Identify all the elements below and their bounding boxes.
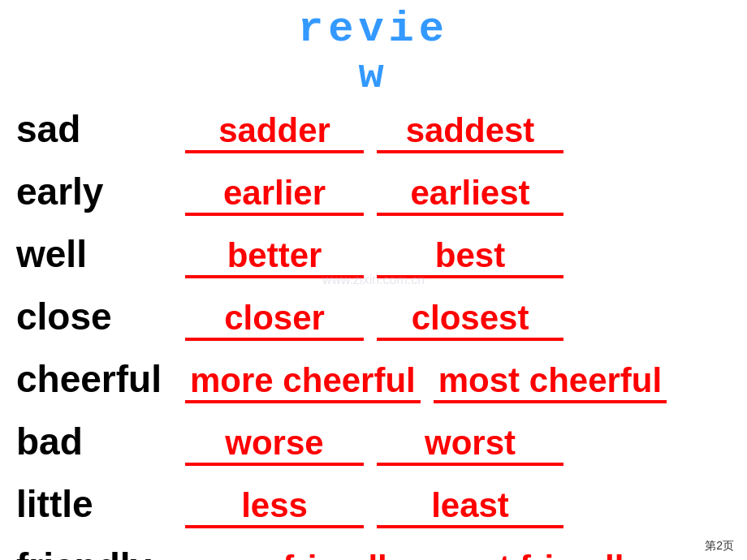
word-row: badworseworst — [16, 420, 731, 472]
superlative-word: best — [377, 236, 563, 278]
base-word: close — [16, 295, 179, 338]
word-row: wellbetterbest — [16, 232, 731, 285]
comparative-word: earlier — [185, 174, 364, 216]
word-row: friendlymore friendlymost friendly — [16, 545, 731, 560]
base-word: cheerful — [16, 357, 179, 401]
superlative-word: least — [377, 486, 563, 528]
word-row: closecloserclosest — [16, 295, 731, 347]
superlative-word: earliest — [377, 174, 563, 216]
base-word: little — [16, 482, 179, 526]
title-container: revie w — [0, 0, 747, 99]
comparative-word: more cheerful — [185, 361, 421, 403]
comparative-word: closer — [185, 299, 364, 341]
word-table: sadsaddersaddestearlyearlierearliestwell… — [0, 107, 747, 560]
word-row: cheerfulmore cheerfulmost cheerful — [16, 357, 731, 410]
superlative-word: worst — [377, 424, 563, 466]
base-word: bad — [16, 420, 179, 463]
base-word: sad — [16, 107, 179, 151]
comparative-word: sadder — [185, 111, 364, 153]
word-row: earlyearlierearliest — [16, 170, 731, 222]
base-word: well — [16, 232, 179, 276]
page-title: revie w — [0, 6, 747, 99]
superlative-word: saddest — [377, 111, 563, 153]
superlative-word: most cheerful — [434, 361, 667, 403]
page-number: 第2页 — [705, 539, 734, 554]
base-word: early — [16, 170, 179, 213]
word-row: littlelessleast — [16, 482, 731, 535]
base-word: friendly — [16, 545, 179, 560]
word-row: sadsaddersaddest — [16, 107, 731, 160]
comparative-word: better — [185, 236, 364, 278]
comparative-word: less — [185, 486, 364, 528]
comparative-word: more friendly — [185, 549, 411, 560]
comparative-word: worse — [185, 424, 364, 466]
superlative-word: closest — [377, 299, 563, 341]
superlative-word: most friendly — [424, 549, 648, 560]
